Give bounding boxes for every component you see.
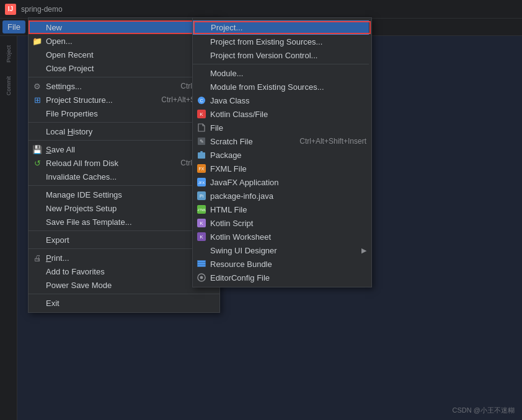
menu-open-recent[interactable]: Open Recent ▶ xyxy=(29,48,219,61)
submenu-scratch-file-label: Scratch File xyxy=(210,137,299,146)
menu-new[interactable]: New ▶ xyxy=(29,20,219,34)
submenu-html[interactable]: HTML HTML File xyxy=(193,203,371,216)
menu-open-label: Open... xyxy=(46,37,215,46)
sub-separator-1 xyxy=(193,64,371,64)
svg-text:FX: FX xyxy=(199,167,205,171)
menu-export-label: Export xyxy=(46,235,207,245)
folder-icon: 📁 xyxy=(32,36,42,46)
svg-text:K: K xyxy=(200,221,203,226)
submenu-project-existing[interactable]: Project from Existing Sources... xyxy=(193,35,371,48)
svg-rect-20 xyxy=(198,261,206,263)
separator-3 xyxy=(29,140,219,141)
menu-add-favorites-label: Add to Favorites xyxy=(46,267,207,276)
kotlin-worksheet-icon: K xyxy=(197,232,206,242)
submenu-kotlin-worksheet[interactable]: K Kotlin Worksheet xyxy=(193,230,371,243)
submenu-editorconfig-label: EditorConfig File xyxy=(210,273,366,282)
html-icon: HTML xyxy=(197,204,206,214)
submenu-fxml-label: FXML File xyxy=(210,164,366,173)
submenu-kotlin-script[interactable]: K Kotlin Script xyxy=(193,216,371,230)
menu-print[interactable]: 🖨 Print... xyxy=(29,251,219,265)
submenu-module-existing-label: Module from Existing Sources... xyxy=(210,82,366,92)
scrollbar[interactable] xyxy=(369,18,371,287)
menu-file-properties-label: File Properties xyxy=(46,109,207,118)
save-icon: 💾 xyxy=(32,144,42,154)
separator-6 xyxy=(29,248,219,249)
separator-7 xyxy=(29,294,219,294)
menu-save-all[interactable]: 💾 Save All Ctrl+S xyxy=(29,142,219,156)
menu-print-label: Print... xyxy=(46,253,215,263)
svg-text:Pi: Pi xyxy=(200,194,204,198)
submenu-package-info[interactable]: Pi package-info.java xyxy=(193,189,371,203)
menu-project-structure-label: Project Structure... xyxy=(46,95,149,105)
menu-new-projects-setup[interactable]: New Projects Setup ▶ xyxy=(29,201,219,215)
svg-rect-7 xyxy=(200,151,203,152)
separator-1 xyxy=(29,77,219,77)
java-class-icon: C xyxy=(197,95,206,105)
submenu-javafx-label: JavaFX Application xyxy=(210,178,366,187)
svg-text:✎: ✎ xyxy=(200,139,204,144)
menu-local-history-label: Local History xyxy=(46,127,207,136)
submenu-package-info-label: package-info.java xyxy=(210,191,366,201)
submenu-scratch-shortcut: Ctrl+Alt+Shift+Insert xyxy=(299,137,366,146)
menu-invalidate-caches[interactable]: Invalidate Caches... xyxy=(29,170,219,183)
menu-reload-disk[interactable]: ↺ Reload All from Disk Ctrl+Alt+Y xyxy=(29,156,219,170)
menu-export[interactable]: Export ▶ xyxy=(29,233,219,247)
submenu-swing-ui[interactable]: Swing UI Designer ▶ xyxy=(193,243,371,257)
submenu-javafx[interactable]: JFX JavaFX Application xyxy=(193,175,371,189)
package-icon xyxy=(197,150,206,160)
javafx-icon: JFX xyxy=(197,177,206,187)
kotlin-script-icon: K xyxy=(197,218,206,228)
submenu-file[interactable]: File xyxy=(193,121,371,134)
print-icon: 🖨 xyxy=(32,253,42,263)
svg-rect-22 xyxy=(198,265,206,267)
menu-file-properties[interactable]: File Properties ▶ xyxy=(29,107,219,120)
menu-save-template[interactable]: Save File as Template... xyxy=(29,215,219,229)
submenu-module-existing[interactable]: Module from Existing Sources... xyxy=(193,80,371,94)
submenu-project-vcs-label: Project from Version Control... xyxy=(210,51,366,60)
separator-2 xyxy=(29,122,219,123)
kotlin-class-icon: K xyxy=(197,109,206,119)
svg-text:C: C xyxy=(200,98,203,103)
menu-settings-label: Settings... xyxy=(46,82,168,91)
file-menu: New ▶ 📁 Open... Open Recent ▶ Close Proj… xyxy=(28,17,220,313)
file-icon xyxy=(197,123,206,133)
submenu-resource-bundle[interactable]: Resource Bundle xyxy=(193,257,371,271)
menu-save-template-label: Save File as Template... xyxy=(46,217,215,227)
submenu-swing-arrow: ▶ xyxy=(361,247,366,255)
title-bar: IJ spring-demo xyxy=(0,0,522,19)
menu-exit-label: Exit xyxy=(46,299,215,308)
submenu-editorconfig[interactable]: EditorConfig File xyxy=(193,271,371,284)
editorconfig-icon xyxy=(197,273,206,282)
menu-open[interactable]: 📁 Open... xyxy=(29,34,219,48)
submenu-swing-ui-label: Swing UI Designer xyxy=(210,246,361,255)
submenu-project[interactable]: Project... xyxy=(193,20,371,35)
submenu-module-label: Module... xyxy=(210,69,366,78)
menu-new-projects-setup-label: New Projects Setup xyxy=(46,204,207,213)
menu-close-project[interactable]: Close Project xyxy=(29,61,219,75)
submenu-module[interactable]: Module... xyxy=(193,66,371,80)
submenu-java-class[interactable]: C Java Class xyxy=(193,94,371,107)
menu-local-history[interactable]: Local History ▶ xyxy=(29,125,219,138)
submenu-project-vcs[interactable]: Project from Version Control... xyxy=(193,48,371,62)
menu-open-recent-label: Open Recent xyxy=(46,50,207,59)
menu-save-all-label: Save All xyxy=(46,145,181,154)
menu-power-save[interactable]: Power Save Mode xyxy=(29,278,219,292)
menu-invalidate-caches-label: Invalidate Caches... xyxy=(46,172,215,182)
submenu-fxml[interactable]: FX FXML File xyxy=(193,162,371,175)
submenu-kotlin-class[interactable]: K Kotlin Class/File xyxy=(193,107,371,121)
menu-manage-ide[interactable]: Manage IDE Settings ▶ xyxy=(29,188,219,201)
menu-project-structure[interactable]: ⊞ Project Structure... Ctrl+Alt+Shift+S xyxy=(29,93,219,107)
separator-5 xyxy=(29,230,219,231)
menu-manage-ide-label: Manage IDE Settings xyxy=(46,190,207,199)
submenu-kotlin-class-label: Kotlin Class/File xyxy=(210,110,366,119)
menu-settings[interactable]: ⚙ Settings... Ctrl+Alt+S xyxy=(29,79,219,93)
menu-exit[interactable]: Exit xyxy=(29,296,219,310)
menu-add-favorites[interactable]: Add to Favorites ▶ xyxy=(29,265,219,278)
svg-text:K: K xyxy=(200,112,203,117)
submenu-java-class-label: Java Class xyxy=(210,96,366,105)
submenu-package[interactable]: Package xyxy=(193,148,371,162)
dropdown-overlay: New ▶ 📁 Open... Open Recent ▶ Close Proj… xyxy=(0,17,522,420)
svg-point-24 xyxy=(200,276,203,279)
fxml-icon: FX xyxy=(197,164,206,173)
submenu-scratch-file[interactable]: ✎ Scratch File Ctrl+Alt+Shift+Insert xyxy=(193,134,371,148)
